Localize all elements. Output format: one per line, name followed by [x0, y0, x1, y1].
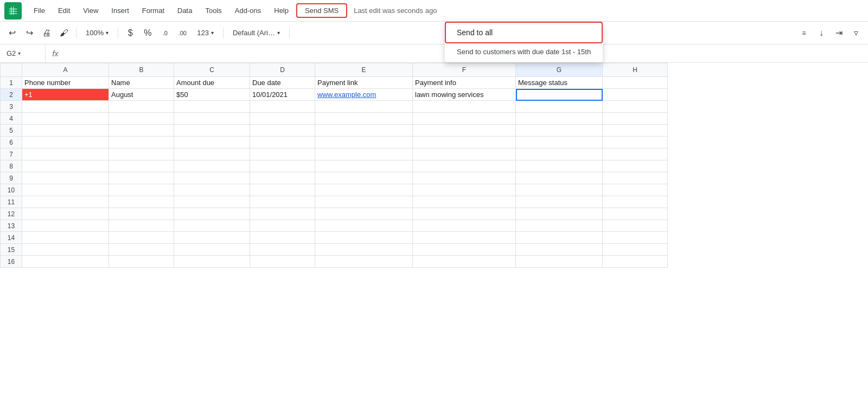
table-cell[interactable]: 10/01/2021 [250, 89, 315, 101]
table-cell[interactable] [516, 196, 603, 208]
font-family-selector[interactable]: Default (Ari… ▾ [228, 27, 285, 38]
format-percent-button[interactable]: % [140, 25, 155, 41]
table-cell[interactable] [174, 208, 250, 220]
table-cell[interactable]: August [109, 89, 174, 101]
col-header-f[interactable]: F [413, 63, 516, 77]
table-cell[interactable]: Phone number [22, 77, 109, 89]
table-cell[interactable] [413, 232, 516, 244]
table-cell[interactable] [516, 101, 603, 113]
format-more-selector[interactable]: 123 ▾ [192, 27, 219, 38]
table-cell[interactable]: Payment link [315, 77, 413, 89]
menu-tools[interactable]: Tools [200, 4, 227, 17]
table-cell[interactable] [516, 89, 603, 101]
table-cell[interactable] [315, 220, 413, 232]
send-to-all-button[interactable]: Send to all [445, 22, 603, 43]
table-cell[interactable] [413, 137, 516, 148]
table-cell[interactable] [174, 232, 250, 244]
table-cell[interactable] [603, 113, 668, 125]
table-cell[interactable]: Amount due [174, 77, 250, 89]
table-cell[interactable] [109, 232, 174, 244]
format-decimal-0-button[interactable]: .0 [157, 25, 173, 41]
table-cell[interactable] [109, 125, 174, 137]
table-cell[interactable] [603, 184, 668, 196]
table-cell[interactable] [174, 113, 250, 125]
table-cell[interactable] [413, 160, 516, 172]
send-sms-button[interactable]: Send SMS [296, 3, 347, 18]
table-cell[interactable]: Name [109, 77, 174, 89]
table-cell[interactable] [22, 244, 109, 256]
table-cell[interactable] [250, 232, 315, 244]
table-cell[interactable] [516, 113, 603, 125]
table-cell[interactable] [603, 148, 668, 160]
table-cell[interactable] [22, 160, 109, 172]
table-cell[interactable] [109, 172, 174, 184]
table-cell[interactable] [22, 256, 109, 268]
table-cell[interactable] [516, 184, 603, 196]
format-decimal-00-button[interactable]: .00 [175, 25, 190, 41]
table-cell[interactable] [174, 172, 250, 184]
menu-data[interactable]: Data [172, 4, 197, 17]
table-cell[interactable] [315, 113, 413, 125]
table-cell[interactable] [603, 220, 668, 232]
table-cell[interactable] [250, 101, 315, 113]
table-cell[interactable] [315, 232, 413, 244]
table-cell[interactable] [174, 256, 250, 268]
table-cell[interactable] [315, 160, 413, 172]
table-cell[interactable] [315, 125, 413, 137]
table-cell[interactable] [109, 196, 174, 208]
table-cell[interactable] [603, 208, 668, 220]
table-cell[interactable] [315, 137, 413, 148]
table-cell[interactable] [109, 160, 174, 172]
table-cell[interactable] [22, 113, 109, 125]
filter-button[interactable]: ▿ [848, 25, 864, 41]
table-cell[interactable] [174, 125, 250, 137]
menu-file[interactable]: File [28, 4, 50, 17]
table-cell[interactable] [603, 137, 668, 148]
table-cell[interactable] [603, 160, 668, 172]
table-cell[interactable] [250, 125, 315, 137]
table-cell[interactable] [603, 244, 668, 256]
table-cell[interactable] [109, 113, 174, 125]
menu-view[interactable]: View [78, 4, 104, 17]
table-cell[interactable] [174, 244, 250, 256]
table-cell[interactable] [250, 244, 315, 256]
table-cell[interactable]: +1 [22, 89, 109, 101]
menu-format[interactable]: Format [137, 4, 170, 17]
table-cell[interactable] [413, 184, 516, 196]
table-cell[interactable] [516, 232, 603, 244]
table-cell[interactable] [22, 184, 109, 196]
table-cell[interactable] [174, 196, 250, 208]
redo-button[interactable]: ↪ [22, 25, 37, 41]
menu-help[interactable]: Help [269, 4, 294, 17]
table-cell[interactable] [174, 184, 250, 196]
table-cell[interactable] [250, 113, 315, 125]
table-cell[interactable] [603, 125, 668, 137]
table-cell[interactable]: lawn mowing services [413, 89, 516, 101]
table-cell[interactable] [603, 89, 668, 101]
table-cell[interactable] [315, 172, 413, 184]
col-header-h[interactable]: H [603, 63, 668, 77]
table-cell[interactable] [315, 244, 413, 256]
download-button[interactable]: ↓ [814, 25, 829, 41]
column-separator-button[interactable]: ⇥ [831, 25, 846, 41]
table-cell[interactable] [603, 101, 668, 113]
more-formats-button[interactable]: ≡ [796, 25, 812, 41]
table-cell[interactable] [250, 137, 315, 148]
cell-reference[interactable]: G2 ▾ [2, 44, 46, 62]
table-cell[interactable] [109, 101, 174, 113]
table-cell[interactable] [22, 220, 109, 232]
table-cell[interactable] [315, 208, 413, 220]
table-cell[interactable] [250, 256, 315, 268]
menu-insert[interactable]: Insert [106, 4, 135, 17]
table-cell[interactable] [413, 256, 516, 268]
table-cell[interactable] [603, 172, 668, 184]
table-cell[interactable] [250, 196, 315, 208]
table-cell[interactable] [22, 125, 109, 137]
table-cell[interactable] [413, 113, 516, 125]
table-cell[interactable]: Message status [516, 77, 603, 89]
table-cell[interactable] [250, 184, 315, 196]
table-cell[interactable] [22, 196, 109, 208]
table-cell[interactable] [315, 101, 413, 113]
table-cell[interactable] [109, 244, 174, 256]
table-cell[interactable]: www.example.com [315, 89, 413, 101]
